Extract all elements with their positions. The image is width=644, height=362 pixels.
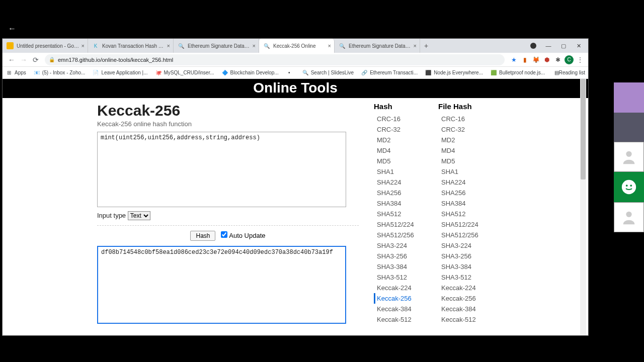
hash-algo-link[interactable]: SHA256 <box>438 188 499 198</box>
hash-algo-link[interactable]: SHA512 <box>374 209 434 219</box>
participant-placeholder-5[interactable] <box>614 202 644 232</box>
bookmark-star-icon[interactable]: ★ <box>509 55 519 65</box>
hash-algo-link[interactable]: MD4 <box>374 145 434 156</box>
hash-algo-link[interactable]: Keccak-224 <box>438 283 499 293</box>
bookmark-favicon: 🔷 <box>221 69 228 76</box>
bookmark-item[interactable]: ⬛Node.js Everywhere... <box>425 69 483 76</box>
window-close-button[interactable]: ✕ <box>571 39 586 53</box>
hash-algo-link[interactable]: SHA1 <box>374 166 434 177</box>
hash-algo-link[interactable]: MD4 <box>438 145 499 156</box>
browser-tab[interactable]: 🔍Ethereum Signature Database× <box>174 39 259 53</box>
tab-close-icon[interactable]: × <box>253 43 256 49</box>
reading-list-button[interactable]: ▤ Reading list <box>554 70 585 75</box>
hash-algo-link[interactable]: Keccak-512 <box>374 314 434 325</box>
hash-algo-link[interactable]: SHA512/256 <box>438 230 499 240</box>
bookmark-item[interactable]: ⊞Apps <box>6 69 26 76</box>
scrollbar-thumb[interactable] <box>581 79 586 179</box>
bookmark-item[interactable]: 🔗Ethereum Transacti... <box>361 69 418 76</box>
hash-algo-link[interactable]: Keccak-256 <box>374 293 434 304</box>
hash-algo-link[interactable]: CRC-32 <box>374 124 434 135</box>
hash-algo-link[interactable]: MD5 <box>374 156 434 166</box>
participant-placeholder-3[interactable] <box>614 142 644 172</box>
extensions-icon[interactable]: ✱ <box>553 55 563 65</box>
hash-heading: Hash <box>374 102 434 111</box>
bookmark-item[interactable]: 📧(5) - Inbox - Zoho... <box>33 69 86 76</box>
hash-algo-link[interactable]: Keccak-224 <box>374 283 434 293</box>
hash-algo-link[interactable]: SHA3-256 <box>374 251 434 261</box>
hash-algo-link[interactable]: CRC-16 <box>374 114 434 124</box>
input-type-select[interactable]: Text <box>128 211 150 220</box>
nav-back-button[interactable]: ← <box>6 56 18 64</box>
page-scrollbar[interactable] <box>580 79 586 335</box>
ext-metamask-icon[interactable]: 🦊 <box>531 55 541 65</box>
window-maximize-button[interactable]: ▢ <box>556 39 571 53</box>
hash-algo-link[interactable]: Keccak-384 <box>438 304 499 314</box>
hash-algo-link[interactable]: SHA224 <box>374 177 434 188</box>
file-hash-sidebar: File Hash CRC-16CRC-32MD2MD4MD5SHA1SHA22… <box>438 102 499 335</box>
nav-reload-button[interactable]: ⟳ <box>30 56 42 64</box>
browser-tab[interactable]: KKovan Transaction Hash (Txhash)× <box>88 39 174 53</box>
browser-tab[interactable]: Untitled presentation - Google S× <box>3 39 88 53</box>
overlay-back-icon[interactable]: ← <box>8 24 16 33</box>
hash-algo-link[interactable]: MD2 <box>374 135 434 145</box>
hash-algo-link[interactable]: SHA3-256 <box>438 251 499 261</box>
hash-algo-link[interactable]: SHA3-224 <box>374 240 434 251</box>
browser-tab[interactable]: 🔍Ethereum Signature Database× <box>335 39 420 53</box>
site-header: Online Tools <box>3 79 588 98</box>
hash-algo-link[interactable]: MD5 <box>438 156 499 166</box>
hash-algo-link[interactable]: SHA256 <box>374 188 434 198</box>
hash-algo-link[interactable]: SHA512/256 <box>374 230 434 240</box>
bookmark-label: Node.js Everywhere... <box>434 70 483 75</box>
new-tab-button[interactable]: + <box>420 42 432 50</box>
auto-update-checkbox[interactable] <box>221 231 227 238</box>
smile-icon <box>620 178 637 196</box>
hash-algo-link[interactable]: Keccak-384 <box>374 304 434 314</box>
bookmark-item[interactable]: 🟩Bulletproof node.js... <box>490 69 545 76</box>
bookmark-item[interactable]: • <box>286 69 295 76</box>
hash-algo-link[interactable]: SHA512/224 <box>374 219 434 230</box>
hash-algo-link[interactable]: SHA384 <box>438 198 499 209</box>
tab-title: Untitled presentation - Google S <box>17 43 79 49</box>
address-bar[interactable]: 🔒 emn178.github.io/online-tools/keccak_2… <box>45 54 505 65</box>
hash-algo-link[interactable]: Keccak-512 <box>438 314 499 325</box>
nav-forward-button[interactable]: → <box>18 56 30 64</box>
window-minimize-button[interactable]: — <box>541 39 556 53</box>
hash-algo-link[interactable]: SHA3-512 <box>438 272 499 283</box>
hash-algo-link[interactable]: CRC-16 <box>438 114 499 124</box>
tab-close-icon[interactable]: × <box>414 43 417 49</box>
tab-close-icon[interactable]: × <box>328 43 331 49</box>
hash-algo-link[interactable]: SHA3-224 <box>438 240 499 251</box>
participant-active-4[interactable] <box>614 172 644 202</box>
bookmark-label: (5) - Inbox - Zoho... <box>42 70 86 75</box>
participant-video-2[interactable] <box>614 113 644 142</box>
hash-algo-link[interactable]: SHA3-384 <box>438 261 499 272</box>
profile-avatar[interactable]: C <box>564 55 574 65</box>
hash-algo-link[interactable]: Keccak-256 <box>438 293 499 304</box>
hash-algo-link[interactable]: SHA224 <box>438 177 499 188</box>
hash-algo-link[interactable]: MD2 <box>438 135 499 145</box>
input-textarea[interactable] <box>97 132 346 207</box>
participant-video-1[interactable] <box>614 82 644 113</box>
bookmark-item[interactable]: 🐙MySQL_CRUD/inser... <box>155 69 214 76</box>
hash-algo-link[interactable]: SHA3-384 <box>374 261 434 272</box>
bookmark-item[interactable]: 🔷Blockchain Develop... <box>221 69 279 76</box>
lock-icon: 🔒 <box>49 57 55 62</box>
hash-algo-link[interactable]: CRC-32 <box>438 124 499 135</box>
chrome-menu-icon[interactable]: ⋮ <box>575 55 585 65</box>
hash-algo-link[interactable]: SHA3-512 <box>374 272 434 283</box>
hash-button[interactable]: Hash <box>190 231 215 241</box>
browser-tab[interactable]: 🔍Keccak-256 Online× <box>259 39 335 53</box>
hash-algo-link[interactable]: SHA1 <box>438 166 499 177</box>
hash-algo-link[interactable]: SHA512/224 <box>438 219 499 230</box>
bookmark-item[interactable]: 🔍Search | SlidesLive <box>302 69 354 76</box>
ext-ublock-icon[interactable]: ⬢ <box>542 55 552 65</box>
hash-algo-link[interactable]: SHA384 <box>374 198 434 209</box>
bookmark-item[interactable]: 📄Leave Application |... <box>92 69 147 76</box>
svg-point-0 <box>626 151 631 157</box>
tab-close-icon[interactable]: × <box>82 43 85 49</box>
output-textarea[interactable] <box>97 246 346 324</box>
ext-icon-1[interactable]: ▮ <box>520 55 530 65</box>
hash-algo-link[interactable]: SHA512 <box>438 209 499 219</box>
ext-record-icon[interactable] <box>526 39 541 53</box>
tab-close-icon[interactable]: × <box>167 43 170 49</box>
